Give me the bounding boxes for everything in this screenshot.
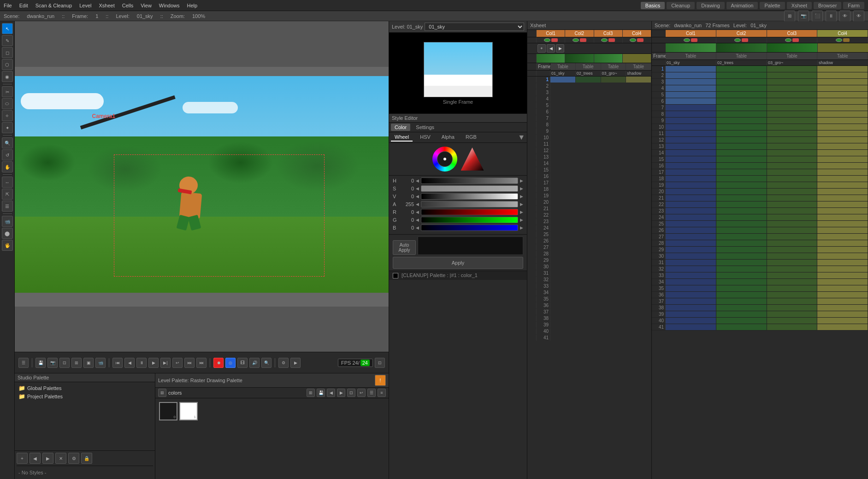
lp-btn4[interactable]: ▶: [337, 389, 345, 397]
xs-cell-c4-32[interactable]: [626, 277, 651, 283]
fr-cell-c4-40[interactable]: [817, 318, 868, 324]
xs-cell-c4-13[interactable]: [626, 154, 651, 160]
fr-cell-c3-41[interactable]: [767, 324, 818, 330]
fr-cell-c1-5[interactable]: [666, 92, 716, 98]
xs-cell-c4-3[interactable]: [626, 89, 651, 95]
far-cam-1[interactable]: [691, 38, 697, 42]
xs-cell-c2-34[interactable]: [576, 290, 601, 296]
fr-cell-c3-24[interactable]: [767, 214, 818, 220]
xs-cell-c4-21[interactable]: [626, 206, 651, 212]
fr-cell-c4-28[interactable]: [817, 240, 868, 246]
grid-btn[interactable]: ⊞: [71, 358, 82, 368]
menu-file[interactable]: File: [4, 3, 12, 8]
xs-cell-c3-14[interactable]: [601, 160, 626, 166]
auto-apply-button[interactable]: AutoApply: [393, 240, 416, 255]
fr-cell-c2-17[interactable]: [716, 169, 767, 175]
tab-animation[interactable]: Animation: [726, 2, 758, 9]
fr-cell-c1-10[interactable]: [666, 124, 716, 130]
lp-btn5[interactable]: ⊡: [347, 389, 355, 397]
xs-cell-c2-38[interactable]: [576, 315, 601, 321]
swatch-1[interactable]: 1: [179, 402, 198, 420]
menu-level[interactable]: Level: [79, 3, 91, 8]
fr-cell-c1-1[interactable]: [666, 66, 716, 72]
fr-cell-c2-2[interactable]: [716, 72, 767, 78]
far-eye-icon-1[interactable]: [684, 38, 690, 42]
fr-cell-c2-18[interactable]: [716, 176, 767, 182]
xs-cell-c4-37[interactable]: [626, 309, 651, 315]
xs-cell-c4-7[interactable]: [626, 115, 651, 121]
fr-cell-c3-37[interactable]: [767, 298, 818, 304]
view-btn[interactable]: ▣: [83, 358, 94, 368]
fr-cell-c2-6[interactable]: [716, 98, 767, 104]
xs-cell-c2-33[interactable]: [576, 283, 601, 289]
fr-cell-c3-36[interactable]: [767, 292, 818, 298]
far-cam-3[interactable]: [792, 38, 799, 42]
xs-cell-c3-33[interactable]: [601, 283, 626, 289]
fr-cell-c2-27[interactable]: [716, 234, 767, 240]
prev-btn2[interactable]: ◀: [30, 453, 41, 464]
fr-cell-c2-14[interactable]: [716, 150, 767, 156]
last-btn[interactable]: ⏭: [196, 358, 207, 368]
tool-hand[interactable]: 🖐: [2, 240, 13, 251]
xs-cell-c1-18[interactable]: [550, 186, 576, 192]
slider-b-right[interactable]: ▶: [520, 225, 523, 230]
fr-cell-c1-25[interactable]: [666, 221, 716, 227]
lp-btn8[interactable]: ≡: [378, 389, 386, 397]
xs-cell-c4-24[interactable]: [626, 225, 651, 231]
eye-icon[interactable]: 👁: [839, 11, 850, 22]
xs-cell-c3-22[interactable]: [601, 212, 626, 218]
menu-scan[interactable]: Scan & Cleanup: [35, 3, 72, 8]
xs-cell-c4-11[interactable]: [626, 141, 651, 147]
xs-cell-c1-11[interactable]: [550, 141, 576, 147]
slider-g-track[interactable]: [421, 217, 518, 223]
tab-farm[interactable]: Farm: [843, 2, 864, 9]
fr-cell-c4-8[interactable]: [817, 111, 868, 117]
fr-cell-c3-25[interactable]: [767, 221, 818, 227]
color-wheel-container[interactable]: [432, 147, 457, 171]
eye-icon-4[interactable]: [630, 38, 636, 42]
xs-cell-c1-2[interactable]: [550, 83, 576, 89]
xs-cell-c1-37[interactable]: [550, 309, 576, 315]
fr-cell-c1-15[interactable]: [666, 156, 716, 162]
camera-btn[interactable]: 📹: [95, 358, 106, 368]
xs-cell-c3-16[interactable]: [601, 173, 626, 179]
xs-cell-c1-32[interactable]: [550, 277, 576, 283]
tool-brush[interactable]: ✎: [2, 35, 13, 46]
next-col-btn[interactable]: ▶: [556, 44, 564, 53]
xs-cell-c1-29[interactable]: [550, 257, 576, 263]
play-btn[interactable]: ▶: [148, 358, 159, 368]
lp-btn6[interactable]: ↩: [357, 389, 366, 397]
xs-cell-c1-12[interactable]: [550, 148, 576, 154]
tool-camera[interactable]: 📹: [2, 216, 13, 227]
xs-cell-c3-9[interactable]: [601, 128, 626, 134]
tab-drawing[interactable]: Drawing: [697, 2, 724, 9]
xs-cell-c2-35[interactable]: [576, 296, 601, 302]
fr-cell-c1-26[interactable]: [666, 227, 716, 233]
xs-cell-c4-28[interactable]: [626, 251, 651, 257]
fr-cell-c3-1[interactable]: [767, 66, 818, 72]
fr-cell-c3-33[interactable]: [767, 272, 818, 278]
fr-cell-c1-33[interactable]: [666, 272, 716, 278]
search-btn[interactable]: 🔍: [261, 358, 272, 368]
fr-cell-c2-34[interactable]: [716, 279, 767, 285]
slider-s-left[interactable]: ◀: [416, 186, 419, 191]
tool-fill[interactable]: ⬡: [2, 59, 13, 70]
xs-cell-c1-22[interactable]: [550, 212, 576, 218]
expand-icon[interactable]: ▼: [518, 133, 525, 142]
grid-view-btn[interactable]: ⊞: [158, 389, 166, 397]
fr-cell-c1-17[interactable]: [666, 169, 716, 175]
add-palette-btn[interactable]: +: [17, 453, 28, 464]
fr-cell-c3-40[interactable]: [767, 318, 818, 324]
xs-cell-c1-36[interactable]: [550, 302, 576, 308]
fr-cell-c4-6[interactable]: [817, 98, 868, 104]
menu-help[interactable]: Help: [187, 3, 197, 8]
fr-cell-c3-2[interactable]: [767, 72, 818, 78]
xs-cell-c3-25[interactable]: [601, 231, 626, 237]
cam-icon-3[interactable]: [608, 38, 615, 42]
xs-cell-c2-1[interactable]: [576, 77, 601, 83]
fr-cell-c1-39[interactable]: [666, 311, 716, 317]
slider-r-right[interactable]: ▶: [520, 210, 523, 214]
xs-cell-c3-39[interactable]: [601, 322, 626, 328]
fr-cell-c2-41[interactable]: [716, 324, 767, 330]
mode-wheel[interactable]: Wheel: [391, 133, 413, 142]
